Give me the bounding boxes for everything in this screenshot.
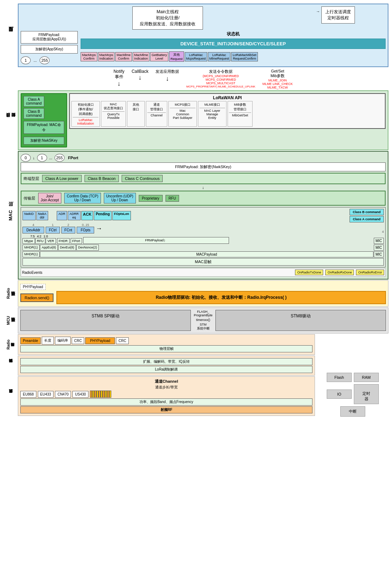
flash-text: Flash (335, 375, 344, 379)
modulation-wrapper: 调制解调层 扩频、编解码、带宽、IQ反转 LoRa调制解调 (4, 356, 315, 376)
api-channel-sub: Channel (147, 114, 166, 117)
crc2-box: CRC (116, 337, 129, 344)
mac-fields-row: NwkID NwkAddr ADR ADRReq ACK Pending FOp… (22, 209, 384, 222)
spacer-eui (99, 245, 373, 251)
frm-decrypt-text: FRMPayload: 加解密(NwkSKey) (175, 165, 231, 169)
get-set-text: Get/Set Mib参数 (263, 69, 293, 79)
radion-send-box: Radion.send() (20, 293, 54, 302)
decrypt-box: 加解密(AppSKey) (21, 45, 78, 54)
encode-box: 编码率 (55, 337, 71, 345)
left-mac-fields: NwkID NwkAddr ADR ADRReq ACK Pending FOp… (22, 211, 131, 220)
bit-75: 7:5 (30, 235, 35, 238)
mac-btn-4: MacMlmeIndication (133, 52, 149, 61)
api-mac-status-label: MAC状态查询接口 (102, 102, 124, 111)
fport-label: FPort (68, 156, 78, 160)
mac-btn-1: MacMcpsConfirm (81, 52, 97, 61)
stm-interrupt-text: STM 系统中断 (197, 323, 210, 331)
fopts-cell: FOpts (77, 227, 94, 233)
mhdr-cell2: MHDR(1) (22, 251, 40, 257)
channel-sublabel-text: 通道步长/带宽 (155, 385, 178, 389)
terminal-inner: 终端型层 Class A Low power Class B Beacon Cl… (24, 175, 383, 182)
class-a-text: Class A Low power (45, 176, 78, 181)
modulation-label: 调制解调层 (4, 356, 18, 376)
radio-events-label: RadioEvents (22, 271, 42, 275)
bit-10: 1:0 (44, 235, 48, 238)
radio-driver-label: Radio驱动层 (4, 280, 18, 307)
api-mcps-sub: MacCommonPart Sublayer (170, 109, 195, 120)
app-second-row: FRMPayload: 应用层数据(AppEUI)) 加解密(AppSKey) … (21, 31, 386, 64)
io-box: IO (327, 389, 352, 399)
join-box: Join/Join Accept (38, 193, 61, 203)
api-init-sub: LoRaMacInitialization (73, 118, 98, 125)
on-radio-rx-error: OnRadioRxError (356, 270, 384, 275)
modulation-box1: 扩频、编解码、带宽、IQ反转 (20, 358, 312, 365)
fcnt-col: 2 FCnt (61, 223, 76, 233)
notify-area: Notify 事件 ↓ CallBack ↓ 发送应用数据 ↓ 发送令令数据 (… (18, 68, 388, 90)
phy-payload-label: PHYPayload (20, 284, 46, 290)
fport-num1: 1 (37, 154, 47, 162)
adr-cell: ADR (57, 211, 67, 220)
mac-btn-8: LoRaMacMlmeRequest (208, 52, 231, 61)
mcu-driver-content: STM8 SPI驱动 FLASH_ ProgramByte timerxxx()… (18, 307, 388, 333)
arrow-down-terminal: ↓ (21, 185, 386, 190)
arrow-icon: → (316, 9, 320, 14)
api-mib-label: MIB参数管理接口 (229, 102, 251, 112)
frm-mac-text: FRMPayload: MAC命令 (27, 123, 61, 132)
ram-box: RAM (354, 373, 379, 382)
modulation-text1: 扩频、编解码、带宽、IQ反转 (143, 360, 190, 363)
interface-layer-content: Class Acommand Class Bcommand FRMPayload… (18, 90, 388, 150)
get-set-block: Get/Set Mib参数 MLME_JOIN MLME LINK_CHECK … (263, 69, 293, 89)
band-row: EU868 EU433 CN470 US430 (20, 391, 312, 398)
devaddr-num: 4 (32, 223, 34, 227)
timer-thread-text: 上行发送调度 定时器线程 (325, 9, 351, 20)
mtype-fields: Mtype RFU VER (22, 238, 56, 244)
bit-42: 4:2 (37, 235, 42, 238)
class-b-cmd: Class Bcommand (24, 108, 44, 119)
rfu-box: RFU (166, 195, 179, 202)
app-layer-wrapper: 应用层 Main主线程 初始化/注册/ 应用数据发送、应用数据接收 → 上行发送… (4, 4, 388, 67)
class-a-cmd-box: Class A command (350, 216, 384, 222)
radio-desc-text: Radio物理层驱动: 初始化、接收、发送和中断：Radio.IrqProces… (156, 295, 287, 300)
main-thread-title: Main主线程 初始化/注册/ 应用数据发送、应用数据接收 (140, 9, 195, 27)
arrow-right: → (316, 6, 320, 14)
fport-num255: 255 (55, 154, 65, 162)
eui-row: MHDR(1) AppEui(8) DevEui(8) DevNonce(2) … (22, 245, 384, 251)
ch-10 (109, 391, 111, 398)
interrupt-box: 中断 (340, 406, 365, 417)
app-left-panel: FRMPayload: 应用层数据(AppEUI)) 加解密(AppSKey) … (21, 31, 78, 64)
on-radio-rx-done: OnRadioRxDone (325, 270, 354, 275)
nwksk-box: 加解密:NwkSKey (24, 137, 64, 145)
class-b-cmd-box: Class B command (350, 209, 384, 215)
fport-row: 0 ↓ 1 ... 255 FPort (21, 154, 386, 162)
dots: ... (34, 58, 37, 62)
class-c-box: Class C Continuous (122, 175, 163, 182)
api-init-label: 初始化接口(事件通知/回调函数) (73, 102, 98, 116)
encode-text: 编码率 (57, 338, 68, 342)
frm-mac-cmd: FRMPayload: MAC命令 (24, 121, 64, 134)
channel-pattern (90, 391, 111, 398)
nwksk-text: 加解密:NwkSKey (30, 139, 57, 142)
fcnt-cell: FCnt (61, 227, 76, 233)
spacer-mtype (230, 235, 373, 244)
foptslen-cell: FOptsLen (112, 211, 131, 220)
preamble-box: Preamble (20, 337, 41, 344)
io-text: IO (337, 392, 341, 396)
api-sections-row: 初始化接口(事件通知/回调函数) LoRaMacInitialization M… (71, 101, 383, 127)
transport-inner: 传输层 Join/Join Accept Confirm Data (TCP)U… (24, 193, 383, 203)
devaddr-cell: DevAddr (22, 227, 44, 233)
phys-frame-text: 物理层帧 (159, 347, 174, 351)
stm8-text: STM8驱动 (291, 313, 311, 318)
api-init-sec: 初始化接口(事件通知/回调函数) LoRaMacInitialization (71, 101, 100, 127)
fport-num0: 0 (21, 154, 31, 162)
mac-btn-3: MacMlmeConfirm (115, 52, 132, 61)
api-channel-sec: 通道管理接口 Channel (146, 101, 167, 127)
ram-text: RAM (362, 375, 371, 379)
frm-payload-text: FRMPayload: 应用层数据(AppEUI)) (32, 33, 66, 41)
interface-inner: Class Acommand Class Bcommand FRMPayload… (21, 93, 386, 147)
proprietary-box: Proprietary (139, 195, 163, 202)
channel-sublabel: 通道步长/带宽 (20, 385, 312, 390)
length-text: 长度 (44, 338, 51, 342)
bottom-section: Radio物理层 Preamble 长度 编码率 CRC (4, 334, 388, 417)
app-eui-cell: AppEui(8) (40, 245, 58, 251)
fhdr-cell: FHDR (57, 238, 70, 244)
